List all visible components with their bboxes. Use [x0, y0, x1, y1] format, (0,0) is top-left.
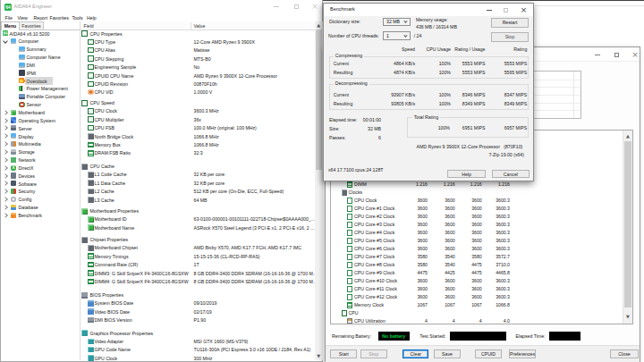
list-row[interactable]: Command Rate (CR)1T: [80, 261, 316, 269]
chevron-collapse-icon[interactable]: [3, 189, 8, 194]
list-row[interactable]: CPU FSB100.0 MHz (original: 100 MHz): [80, 124, 316, 132]
sidebar-item-dmi[interactable]: DMI: [1, 62, 79, 70]
close-button[interactable]: ×: [518, 6, 530, 14]
statistics-scrollbar[interactable]: ▲ ▼: [623, 130, 632, 324]
chevron-expand-icon[interactable]: [3, 38, 8, 44]
dictionary-size-select[interactable]: 32 MB: [383, 18, 411, 27]
list-row[interactable]: Video BIOS Date02/17/19: [80, 307, 316, 316]
list-row[interactable]: L2 Cache512 KB per core (On-Die, ECC, Fu…: [80, 188, 316, 196]
sidebar-item-aida64-v6-10-5200[interactable]: 64AIDA64 v6.10.5200: [1, 30, 79, 38]
dialog-title-bar[interactable]: Benchmark ×: [324, 4, 533, 16]
main-title-bar[interactable]: 64 AIDA64 Engineer ×: [1, 0, 322, 13]
chevron-collapse-icon[interactable]: [3, 181, 8, 187]
list-row[interactable]: CPU SteppingMTS-B0: [80, 55, 316, 63]
column-header-value[interactable]: Value: [194, 23, 206, 29]
menu-item-view[interactable]: View: [18, 15, 28, 21]
list-row[interactable]: DRAM:FSB Ratio32:3: [80, 149, 316, 157]
sidebar-item-display[interactable]: Display: [1, 132, 79, 140]
list-row[interactable]: CPU AliasMatisse: [80, 46, 316, 55]
start-button[interactable]: Start: [330, 349, 357, 358]
chevron-collapse-icon[interactable]: [3, 126, 8, 131]
list-row[interactable]: L1 Data Cache32 KB per core: [80, 179, 316, 187]
stop-button[interactable]: Stop: [360, 349, 387, 358]
list-scrollbar[interactable]: ▲ ▼: [315, 21, 323, 360]
chevron-collapse-icon[interactable]: [3, 157, 8, 163]
minimize-button[interactable]: [591, 51, 604, 59]
scroll-up-arrow[interactable]: ▲: [315, 22, 323, 29]
sidebar-item-config[interactable]: Config: [1, 196, 79, 204]
sidebar-item-storage[interactable]: Storage: [1, 148, 79, 156]
sidebar-item-overclock[interactable]: Overclock: [1, 77, 79, 85]
list-row[interactable]: L1 Code Cache32 KB per core: [80, 171, 316, 179]
chevron-collapse-icon[interactable]: [3, 110, 8, 115]
menu-item-file[interactable]: File: [5, 15, 13, 21]
scroll-up-arrow[interactable]: ▲: [623, 132, 632, 139]
scrollbar-thumb[interactable]: [316, 29, 322, 170]
list-row[interactable]: DMI BIOS VersionP1.90: [80, 316, 316, 324]
menu-item-tools[interactable]: Tools: [72, 15, 83, 21]
list-row[interactable]: GPU Code NameTU116-300A (PCI Express 3.0…: [80, 346, 316, 354]
stop-button[interactable]: Stop: [491, 32, 529, 42]
tab-menu[interactable]: Menu: [1, 21, 20, 30]
sidebar-item-summary[interactable]: Summary: [1, 46, 79, 54]
chevron-collapse-icon[interactable]: [3, 165, 8, 171]
sidebar-item-server[interactable]: Server: [1, 124, 79, 132]
menu-item-help[interactable]: Help: [87, 15, 97, 21]
sidebar-item-devices[interactable]: Devices: [1, 172, 79, 180]
list-row[interactable]: Motherboard ChipsetAMD Bixby X570, AMD K…: [80, 244, 316, 252]
list-row[interactable]: Motherboard ID63-0100-000001-00101111-02…: [80, 215, 316, 223]
sidebar-item-software[interactable]: Software: [1, 180, 79, 188]
list-row[interactable]: L3 Cache64 MB: [80, 196, 316, 204]
maximize-button[interactable]: [610, 51, 623, 59]
restart-button[interactable]: Restart: [491, 18, 529, 28]
sidebar-item-operating-system[interactable]: Operating System: [1, 116, 79, 124]
list-row[interactable]: Motherboard NameASRock X570 Steel Legend…: [80, 223, 316, 232]
cancel-button[interactable]: Cancel: [492, 170, 530, 179]
list-row[interactable]: North Bridge Clock1066.8 MHz: [80, 132, 316, 140]
chevron-collapse-icon[interactable]: [3, 133, 8, 139]
sidebar-item-directx[interactable]: XDirectX: [1, 164, 79, 173]
menu-item-favorites[interactable]: Favorites: [50, 15, 69, 21]
sidebar-item-motherboard[interactable]: Motherboard: [1, 109, 79, 117]
preferences-button[interactable]: Preferences: [509, 349, 536, 358]
maximize-button[interactable]: [500, 6, 512, 14]
list-row[interactable]: System BIOS Date09/10/2019: [80, 299, 316, 307]
sidebar-item-ipmi[interactable]: IPMI: [1, 69, 79, 77]
close-button[interactable]: Close: [610, 349, 639, 358]
list-row[interactable]: Memory Timings15-15-15-36 (CL-RCD-RP-RAS…: [80, 252, 316, 260]
chevron-collapse-icon[interactable]: [3, 213, 8, 218]
chevron-collapse-icon[interactable]: [3, 197, 8, 202]
sidebar-item-security[interactable]: Security: [1, 188, 79, 196]
clear-button[interactable]: Clear: [402, 349, 428, 358]
list-row[interactable]: DIMM3: G Skill SniperX F4-3400C16-8GSXW8…: [80, 269, 316, 277]
sidebar-item-sensor[interactable]: Sensor: [1, 101, 79, 109]
sidebar-item-portable-computer[interactable]: Portable Computer: [1, 93, 79, 101]
list-row[interactable]: CPUID CPU NameAMD Ryzen 9 3900X 12-Core …: [80, 72, 316, 80]
list-row[interactable]: Engineering SampleNo: [80, 63, 316, 72]
tab-favorites[interactable]: Favorites: [20, 21, 44, 30]
scroll-down-arrow[interactable]: ▼: [315, 353, 323, 359]
list-row[interactable]: DIMM4: G Skill SniperX F4-3400C16-8GSXW8…: [80, 278, 316, 286]
sidebar-item-computer-name[interactable]: Computer Name: [1, 54, 79, 62]
list-row[interactable]: CPUID Revision00870F10h: [80, 80, 316, 88]
close-button[interactable]: ×: [309, 3, 321, 11]
menu-item-report[interactable]: Report: [34, 15, 48, 21]
stats-row[interactable]: CPU Utilization4444.0: [331, 317, 632, 324]
column-header-field[interactable]: Field: [84, 23, 94, 29]
chevron-collapse-icon[interactable]: [3, 118, 8, 123]
chevron-collapse-icon[interactable]: [3, 149, 8, 155]
sidebar-item-benchmark[interactable]: Benchmark: [1, 212, 79, 220]
list-row[interactable]: CPU Type12-Core AMD Ryzen 9 3900X: [80, 38, 316, 46]
chevron-collapse-icon[interactable]: [3, 141, 8, 147]
sidebar-item-computer[interactable]: Computer: [1, 38, 79, 46]
sidebar-item-power-management[interactable]: Power Management: [1, 85, 79, 93]
scrollbar-thumb[interactable]: [624, 141, 631, 307]
chevron-collapse-icon[interactable]: [3, 205, 8, 210]
list-row[interactable]: GPU Clock300 MHz: [80, 354, 316, 360]
sidebar-item-multimedia[interactable]: Multimedia: [1, 140, 79, 148]
list-row[interactable]: CPU VID1.0000 V: [80, 88, 316, 97]
list-row[interactable]: Video AdapterMSI GTX 1660 (MS-V379): [80, 337, 316, 345]
save-button[interactable]: Save: [434, 349, 461, 358]
sidebar-item-network[interactable]: Network: [1, 156, 79, 164]
minimize-button[interactable]: [483, 6, 495, 14]
